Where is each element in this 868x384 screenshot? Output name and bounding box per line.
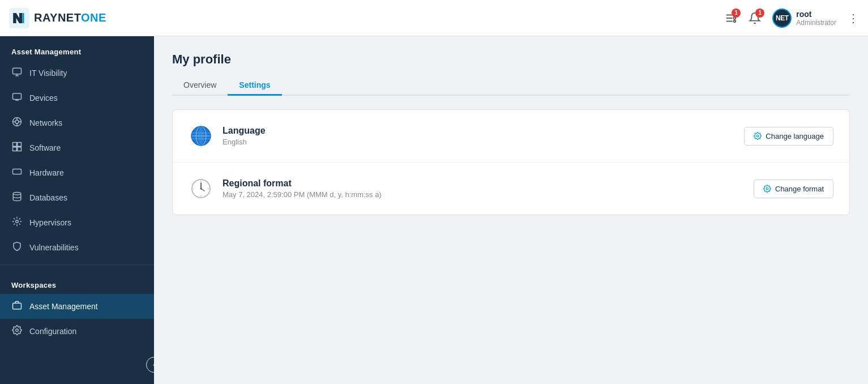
change-format-button[interactable]: Change format — [754, 180, 833, 198]
change-language-button[interactable]: Change language — [744, 127, 833, 146]
sidebar-divider — [0, 264, 154, 265]
sidebar-label-asset-management: Asset Management — [29, 302, 98, 311]
language-row: Language English Change language — [173, 110, 849, 163]
svg-point-6 — [734, 20, 736, 22]
user-details: root Administrator — [796, 10, 836, 27]
gear-icon — [754, 132, 762, 140]
sidebar-item-vulnerabilities[interactable]: Vulnerabilities — [0, 235, 154, 260]
networks-icon — [11, 117, 23, 129]
sidebar-item-hypervisors[interactable]: Hypervisors — [0, 210, 154, 235]
svg-rect-23 — [13, 169, 22, 174]
svg-point-14 — [15, 120, 19, 123]
sidebar-label-vulnerabilities: Vulnerabilities — [29, 243, 79, 252]
settings-card: Language English Change language — [172, 109, 850, 215]
avatar: NET — [772, 8, 792, 28]
sidebar-item-hardware[interactable]: Hardware — [0, 160, 154, 185]
sidebar-label-databases: Databases — [29, 193, 67, 202]
logo-icon — [9, 8, 29, 28]
user-info[interactable]: NET root Administrator — [772, 8, 836, 28]
svg-point-27 — [16, 220, 19, 223]
sidebar-label-networks: Networks — [29, 118, 62, 127]
language-label: Language — [223, 126, 744, 136]
sidebar-item-networks[interactable]: Networks — [0, 110, 154, 135]
sidebar-item-devices[interactable]: Devices — [0, 86, 154, 110]
page-title: My profile — [172, 52, 850, 67]
sidebar-label-it-visibility: IT Visibility — [29, 69, 67, 78]
logo: RAYNETONE — [9, 8, 106, 28]
it-visibility-icon — [11, 67, 23, 79]
sidebar: Asset Management IT Visibility Devices N… — [0, 36, 154, 384]
workspaces-title: Workspaces — [0, 270, 154, 294]
language-text: Language English — [223, 126, 744, 146]
more-options-btn[interactable]: ⋮ — [848, 11, 859, 25]
asset-management-icon — [11, 300, 23, 313]
software-icon — [11, 142, 23, 154]
sidebar-item-it-visibility[interactable]: IT Visibility — [0, 61, 154, 86]
sidebar-collapse-btn[interactable]: ‹ — [146, 357, 154, 373]
change-format-label: Change format — [775, 185, 824, 193]
devices-icon — [11, 92, 23, 104]
svg-rect-7 — [13, 68, 22, 74]
svg-rect-10 — [13, 93, 22, 100]
sidebar-item-software[interactable]: Software — [0, 135, 154, 160]
hypervisors-icon — [11, 216, 23, 229]
tab-settings[interactable]: Settings — [228, 76, 281, 96]
sidebar-label-hardware: Hardware — [29, 168, 64, 177]
tab-overview[interactable]: Overview — [172, 76, 228, 96]
user-name: root — [796, 10, 836, 19]
content-area: My profile Overview Settings — [154, 36, 868, 384]
list-badge: 1 — [732, 8, 741, 18]
sidebar-label-devices: Devices — [29, 93, 58, 103]
asset-management-title: Asset Management — [0, 36, 154, 61]
regional-format-row: Regional format May 7, 2024, 2:59:00 PM … — [173, 163, 849, 215]
configuration-icon — [11, 325, 23, 338]
sidebar-label-hypervisors: Hypervisors — [29, 218, 71, 227]
main-layout: Asset Management IT Visibility Devices N… — [0, 36, 868, 384]
list-icon-btn[interactable]: 1 — [725, 12, 737, 24]
regional-format-text: Regional format May 7, 2024, 2:59:00 PM … — [223, 178, 754, 199]
hardware-icon — [11, 167, 23, 179]
databases-icon — [11, 191, 23, 204]
tabs: Overview Settings — [172, 76, 850, 96]
notification-badge: 1 — [755, 8, 764, 18]
gear-icon-format — [763, 185, 771, 193]
sidebar-item-databases[interactable]: Databases — [0, 185, 154, 210]
svg-point-45 — [766, 187, 768, 190]
user-role: Administrator — [796, 19, 836, 27]
sidebar-item-configuration[interactable]: Configuration — [0, 319, 154, 344]
topbar-right: 1 1 NET root Administrator ⋮ — [725, 8, 859, 28]
svg-point-36 — [757, 135, 759, 137]
svg-rect-19 — [13, 143, 17, 147]
svg-point-29 — [16, 329, 19, 332]
language-value: English — [223, 138, 744, 146]
vulnerabilities-icon — [11, 241, 23, 254]
svg-rect-21 — [13, 147, 17, 151]
svg-point-26 — [13, 193, 21, 195]
change-language-label: Change language — [766, 132, 824, 140]
sidebar-label-software: Software — [29, 143, 61, 152]
svg-rect-20 — [18, 143, 22, 147]
svg-rect-28 — [13, 303, 22, 309]
sidebar-item-asset-management[interactable]: Asset Management — [0, 294, 154, 319]
regional-format-label: Regional format — [223, 178, 754, 189]
clock-icon — [189, 176, 213, 201]
language-icon — [189, 123, 213, 148]
sidebar-label-configuration: Configuration — [29, 327, 76, 336]
notification-btn[interactable]: 1 — [749, 12, 761, 24]
topbar: RAYNETONE 1 1 NET root Administrat — [0, 0, 868, 36]
logo-text: RAYNETONE — [34, 11, 106, 24]
svg-rect-22 — [18, 147, 22, 151]
regional-format-value: May 7, 2024, 2:59:00 PM (MMM d, y, h:mm:… — [223, 190, 754, 199]
